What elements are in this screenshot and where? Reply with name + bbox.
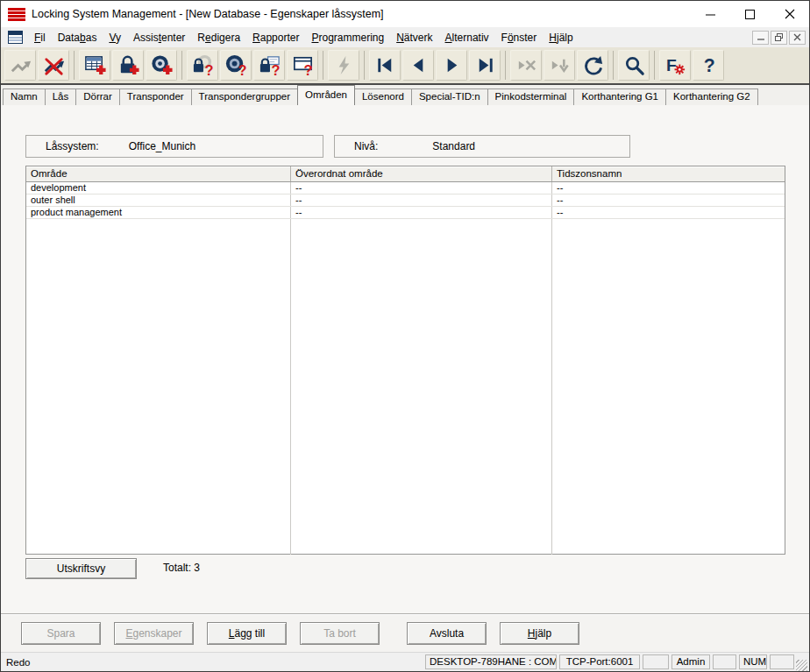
column-header-tidszonsnamn[interactable]: Tidszonsnamn: [552, 166, 785, 181]
resize-grip[interactable]: [796, 660, 807, 671]
new-transponder-icon[interactable]: [146, 50, 177, 81]
menu-bar: Fil Databas Vy Assistenter Redigera Rapp…: [1, 27, 809, 47]
add-button[interactable]: Lägg till: [207, 622, 287, 645]
toolbar-separator: [613, 51, 614, 80]
menu-natverk[interactable]: Nätverk: [390, 30, 438, 46]
menu-alternativ[interactable]: Alternativ: [439, 30, 495, 46]
close-button[interactable]: [770, 1, 809, 27]
tab-pinkodsterminal[interactable]: Pinkodsterminal: [487, 88, 575, 105]
svg-text:?: ?: [238, 62, 246, 77]
svg-text:?: ?: [204, 62, 213, 77]
table-row[interactable]: outer shell -- --: [26, 195, 785, 207]
window-controls: [691, 1, 809, 27]
tab-las[interactable]: Lås: [45, 88, 77, 105]
cancel-edit-icon[interactable]: [510, 50, 542, 81]
table-body: development -- -- outer shell -- -- prod…: [26, 182, 785, 555]
menu-databas[interactable]: Databas: [52, 30, 103, 46]
column-divider: [290, 182, 291, 555]
status-empty-panel: [770, 654, 794, 669]
status-message: Redo: [6, 657, 423, 668]
save-button[interactable]: Spara: [21, 622, 101, 645]
next-record-icon[interactable]: [436, 50, 467, 81]
read-lock-icon[interactable]: ?: [187, 50, 218, 81]
tab-transponder[interactable]: Transponder: [119, 88, 192, 105]
tab-dorrar[interactable]: Dörrar: [75, 88, 120, 105]
first-record-icon[interactable]: [369, 50, 401, 81]
last-record-icon[interactable]: [469, 50, 501, 81]
tab-korthantering-g2[interactable]: Korthantering G2: [665, 88, 758, 105]
menu-vy[interactable]: Vy: [103, 30, 127, 46]
title-bar: Locking System Management - [New Databas…: [1, 1, 809, 27]
app-window: Locking System Management - [New Databas…: [0, 0, 810, 672]
status-host-panel: DESKTOP-789HANE : COM(*): [425, 654, 557, 669]
help-icon[interactable]: ?: [693, 50, 724, 81]
read-transponder-icon[interactable]: ?: [220, 50, 252, 81]
column-header-overordnat-omrade[interactable]: Överordnat område: [291, 166, 552, 181]
menu-programmering[interactable]: Programmering: [305, 30, 390, 46]
menu-hjalp[interactable]: Hjälp: [543, 30, 579, 46]
app-logo-icon: [8, 8, 25, 21]
maximize-button[interactable]: [730, 1, 770, 27]
column-header-omrade[interactable]: Område: [26, 166, 291, 181]
commit-edit-icon[interactable]: [544, 50, 575, 81]
read-lock-data-icon[interactable]: ?: [253, 50, 285, 81]
help-button[interactable]: Hjälp: [500, 622, 579, 645]
tab-special-tid[interactable]: Special-TID:n: [411, 88, 488, 105]
toolbar-separator: [74, 51, 75, 80]
filter-settings-icon[interactable]: F: [659, 50, 691, 81]
tab-losenord[interactable]: Lösenord: [354, 88, 412, 105]
status-user-panel: Admin: [671, 654, 710, 669]
print-preview-button[interactable]: Utskriftsvy: [25, 558, 137, 579]
cell-overordnat: --: [291, 207, 552, 218]
new-locking-system-icon[interactable]: [79, 50, 110, 81]
locking-system-field: Låssystem: Office_Munich: [25, 135, 323, 158]
toolbar-separator: [654, 51, 655, 80]
undo-icon[interactable]: [4, 50, 36, 81]
level-value: Standard: [432, 140, 475, 152]
dialog-buttons: Spara Egenskaper Lägg till Ta bort Avslu…: [1, 615, 809, 652]
locking-system-value: Office_Munich: [129, 140, 195, 152]
delete-crossed-arrow-icon[interactable]: [38, 50, 69, 81]
properties-button[interactable]: Egenskaper: [114, 622, 194, 645]
tab-page-omraden: Låssystem: Office_Munich Nivå: Standard …: [1, 105, 809, 613]
new-lock-icon[interactable]: [112, 50, 144, 81]
toolbar-separator: [364, 51, 365, 80]
search-icon[interactable]: [618, 50, 650, 81]
cell-tidszon: --: [552, 207, 785, 218]
tab-transpondergrupper[interactable]: Transpondergrupper: [191, 88, 298, 105]
tab-korthantering-g1[interactable]: Korthantering G1: [573, 88, 666, 105]
menu-fil[interactable]: Fil: [28, 30, 52, 46]
cell-omrade: development: [26, 182, 291, 194]
mdi-close-button[interactable]: [789, 31, 806, 45]
menu-rapporter[interactable]: Rapporter: [246, 30, 305, 46]
previous-record-icon[interactable]: [402, 50, 434, 81]
menu-redigera[interactable]: Redigera: [191, 30, 246, 46]
refresh-icon[interactable]: [577, 50, 608, 81]
minimize-button[interactable]: [691, 1, 730, 27]
mdi-window-controls: [752, 31, 809, 45]
menu-assistenter[interactable]: Assistenter: [127, 30, 191, 46]
table-row[interactable]: development -- --: [26, 182, 785, 195]
level-field: Nivå: Standard: [334, 135, 630, 158]
cell-tidszon: --: [552, 182, 785, 194]
mdi-minimize-button[interactable]: [752, 31, 769, 45]
remove-button[interactable]: Ta bort: [300, 622, 380, 645]
svg-text:?: ?: [703, 55, 714, 75]
tab-namn[interactable]: Namn: [3, 88, 46, 105]
program-flash-icon[interactable]: [328, 50, 359, 81]
areas-table: Område Överordnat område Tidszonsnamn de…: [25, 166, 785, 555]
read-network-icon[interactable]: ?: [287, 50, 318, 81]
mdi-restore-button[interactable]: [771, 31, 787, 45]
tab-omraden[interactable]: Områden: [297, 85, 355, 105]
cell-omrade: outer shell: [26, 195, 291, 206]
table-header: Område Överordnat område Tidszonsnamn: [26, 166, 785, 182]
cell-overordnat: --: [291, 195, 552, 206]
status-empty-panel: [643, 654, 669, 669]
exit-button[interactable]: Avsluta: [407, 622, 487, 645]
cell-overordnat: --: [291, 182, 552, 194]
toolbar-separator: [181, 51, 182, 80]
menu-fonster[interactable]: Fönster: [495, 30, 544, 46]
table-row[interactable]: product management -- --: [26, 207, 785, 219]
svg-text:F: F: [665, 56, 676, 74]
cell-tidszon: --: [552, 195, 785, 206]
